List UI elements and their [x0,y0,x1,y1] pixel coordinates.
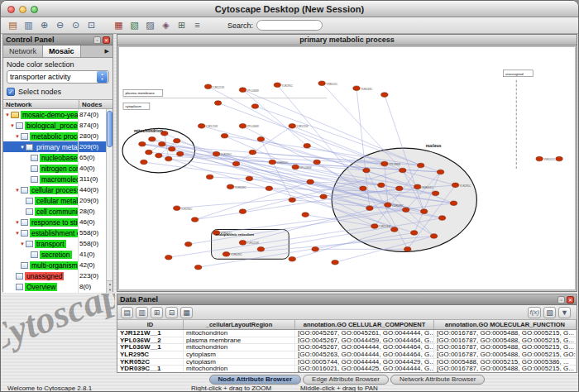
graph-node[interactable] [146,150,152,155]
graph-node[interactable] [536,156,543,161]
graph-node[interactable] [414,184,421,189]
graph-node[interactable] [302,213,309,218]
graph-node[interactable] [269,160,275,165]
column-header-nodes[interactable]: Nodes [79,100,112,108]
graph-node[interactable] [378,183,385,188]
data-panel-float-icon[interactable]: ▫ [557,296,565,304]
tree-row-biological-process[interactable]: ▼biological_process874(0) [3,120,112,131]
search-input[interactable] [256,20,323,31]
annotation-icon[interactable]: ≡ [190,19,204,32]
table-row-ykr052c[interactable]: YKR052Ccytoplasm[GO:0005744, GO:0044444,… [117,359,577,366]
graph-node[interactable] [353,86,360,91]
tree-row-nucleobase[interactable]: nucleobase-...65(0) [3,152,112,163]
table-row-yjr121w-1[interactable]: YJR121W__1mitochondrion[GO:0045267, GO:0… [117,330,577,337]
graph-node[interactable] [312,247,318,252]
tab-mosaic[interactable]: Mosaic [43,45,81,57]
graph-node[interactable] [411,231,418,236]
node-color-attribute-dropdown[interactable]: transporter activity ▲▼ [7,70,109,84]
graph-node[interactable] [232,161,239,166]
tree-row-establishment-of-lo[interactable]: ▼establishment of lo...558(0) [3,227,112,238]
graph-node[interactable] [274,83,280,88]
graph-node[interactable] [239,124,246,129]
graph-node[interactable] [239,241,246,246]
graph-node[interactable] [194,265,201,270]
graph-node[interactable] [391,227,398,232]
graph-node[interactable] [223,252,229,257]
graph-node[interactable] [404,247,411,252]
tree-row-mosaic-demo-yeast[interactable]: ▼mosaic-demo-yeast874(0) [3,109,112,120]
graph-node[interactable] [249,150,256,155]
destroy-network-icon[interactable]: ▦ [112,19,126,32]
tree-row-overview[interactable]: Overview8(0) [3,281,112,292]
tree-row-cellular-metabol[interactable]: cellular metabol...209(0) [3,195,112,206]
save-session-icon[interactable]: ▥ [22,19,36,32]
graph-node[interactable] [420,209,427,214]
graph-node[interactable] [304,143,310,148]
expander-icon[interactable]: ▼ [19,145,26,150]
column-header-network[interactable]: Network [3,100,79,108]
graph-node[interactable] [165,255,172,260]
create-network-view-icon[interactable]: ▧ [127,19,141,32]
expander-icon[interactable]: ▼ [14,220,21,225]
graph-node[interactable] [289,256,295,261]
graph-node[interactable] [381,161,388,166]
import-table-icon[interactable]: ▧ [543,307,556,318]
tree-row-primary-metabo[interactable]: ▼primary metabo...209(0) [3,141,112,152]
delete-attribute-icon[interactable]: ⊟ [165,307,178,318]
graph-node[interactable] [165,156,172,161]
table-row-ypl036w-2[interactable]: YPL036W__2plasma membrane[GO:0045267, GO… [117,337,577,345]
graph-node[interactable] [227,184,233,189]
graph-node[interactable] [363,168,370,173]
graph-node[interactable] [266,186,272,191]
graph-node[interactable] [289,198,295,203]
titlebar[interactable]: Cytoscape Desktop (New Session) [1,1,578,17]
open-session-icon[interactable]: ▤ [6,19,20,32]
tree-row-secretion[interactable]: secretion41(0) [3,249,112,260]
graph-node[interactable] [174,206,180,211]
tree-row-macromolecule[interactable]: macromolecule...311(0) [3,174,112,184]
tree-row-cellular-process[interactable]: ▼cellular process440(0) [3,184,112,195]
close-panel-icon[interactable]: ✕ [103,36,110,44]
graph-node[interactable] [149,136,156,141]
export-table-icon[interactable]: ▼ [558,307,571,318]
graph-node[interactable] [381,93,388,98]
expander-icon[interactable]: ▼ [14,134,21,139]
tab-network-attribute-browser[interactable]: Network Attribute Browser [390,375,485,385]
tree-row-unassigned[interactable]: unassigned223(0) [3,270,112,281]
zoom-out-icon[interactable]: ⊖ [53,19,67,32]
graph-node[interactable] [432,191,438,196]
zoom-fit-icon[interactable]: ⊡ [84,19,98,32]
import-network-icon[interactable]: ▨ [143,19,157,32]
graph-node[interactable] [556,156,562,161]
graph-node[interactable] [257,247,264,252]
expander-icon[interactable]: ▼ [9,123,16,128]
tree-scrollbar[interactable]: ▲▼ [106,109,112,293]
graph-node[interactable] [239,88,246,93]
graph-node[interactable] [204,84,211,89]
tree-scrollbar-arrows[interactable]: ▲▼ [107,280,112,293]
graph-node[interactable] [318,81,325,86]
tree-row-response-to-stimulu[interactable]: ▼response to stimulu...46(0) [3,217,112,227]
graph-node[interactable] [169,146,175,151]
data-panel-close-icon[interactable]: ✕ [567,296,574,304]
graph-node[interactable] [396,186,403,191]
float-panel-icon[interactable]: ▫ [93,36,101,44]
graph-node[interactable] [292,165,299,170]
graph-node[interactable] [313,160,320,165]
plugin-manager-icon[interactable]: ⊞ [175,19,189,32]
table-row-ypl036w-1[interactable]: YPL036W__1mitochondrion[GO:0045267, GO:0… [117,344,577,351]
create-attribute-icon[interactable]: ⊞ [151,307,163,318]
graph-node[interactable] [139,141,146,146]
graph-node[interactable] [452,183,458,188]
zoom-selected-icon[interactable]: ⊙ [69,19,83,32]
tab-edge-attribute-browser[interactable]: Edge Attribute Browser [303,375,389,385]
tab-node-attribute-browser[interactable]: Node Attribute Browser [209,375,302,385]
column-header-annotation-go-molecular-function[interactable]: annotation.GO MOLECULAR_FUNCTION [434,320,577,329]
table-row-ydr039c-1[interactable]: YDR039C__1mitochondrion[GO:0016021, GO:0… [117,366,577,372]
column-header-annotation-go-cellular-component[interactable]: annotation.GO CELLULAR_COMPONENT [295,320,434,329]
graph-node[interactable] [450,201,457,206]
tab-scroll-right-icon[interactable]: ▶ [102,45,112,57]
graph-node[interactable] [239,209,246,214]
graph-node[interactable] [438,216,445,221]
graph-node[interactable] [385,203,391,208]
